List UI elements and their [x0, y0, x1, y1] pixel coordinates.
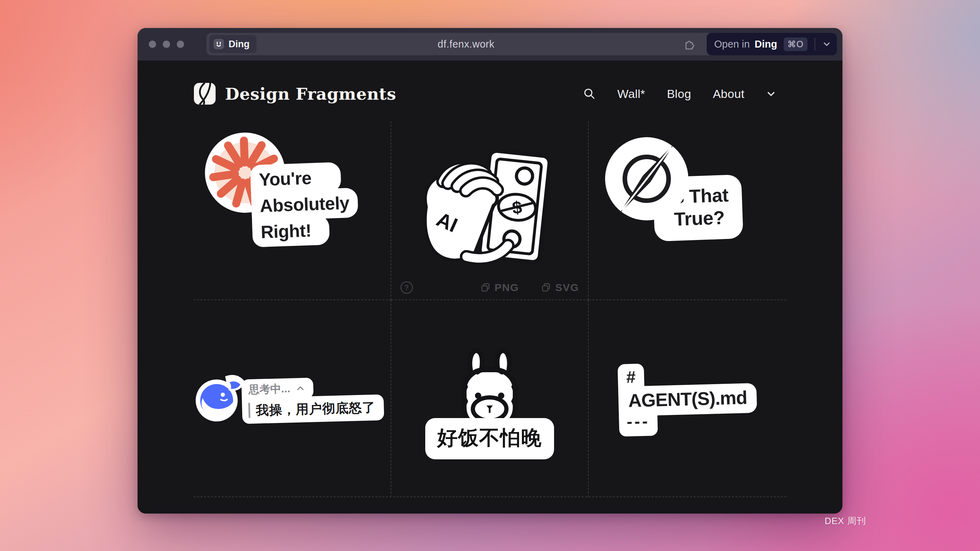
brand-wordmark: Design Fragments — [225, 84, 396, 103]
url-text: df.fenx.work — [207, 38, 725, 50]
quote-bar — [248, 403, 250, 418]
traffic-lights — [149, 41, 184, 48]
ding-favicon — [213, 39, 224, 49]
download-png-button[interactable]: PNG — [480, 282, 519, 294]
sticker-line: You're — [259, 168, 312, 190]
llama-caption: 好饭不怕晚 — [425, 418, 554, 459]
sticker-line: Absolutely — [260, 193, 350, 216]
compass-needle-icon — [600, 131, 694, 226]
grid-cell-agents-md[interactable]: # AGENT(S).md --- — [589, 300, 786, 497]
nav-item-wall[interactable]: Wall* — [617, 87, 645, 101]
sticker-grid: You're Absolutely Right! — [194, 121, 786, 497]
browser-window: Ding df.fenx.work Open in Ding ⌘O — [138, 28, 842, 514]
info-question-icon[interactable]: ? — [400, 281, 413, 294]
sticker-line: --- — [619, 413, 658, 437]
minimize-window-button[interactable] — [163, 41, 170, 48]
deepseek-whale-logo — [193, 374, 250, 424]
nav-item-about[interactable]: About — [713, 87, 745, 101]
desktop-watermark: DEX 周刊 — [825, 515, 866, 527]
page-content: Design Fragments Wall* Blog About — [138, 60, 842, 514]
button-divider — [815, 38, 815, 50]
sticker-is-that-true: Is That True? — [653, 174, 743, 241]
download-svg-button[interactable]: SVG — [541, 282, 579, 294]
open-in-app-name: Ding — [755, 38, 777, 50]
sticker-llama: 好饭不怕晚 — [425, 343, 554, 459]
sticker-hover-toolbar: ? PNG SVG — [400, 281, 579, 294]
sticker-line: AGENT(S).md — [618, 383, 757, 416]
tab-ding[interactable]: Ding — [209, 35, 256, 53]
thinking-bubble: 思考中... 我操，用户彻底怒了 — [241, 376, 384, 424]
grid-cell-deepseek-thinking[interactable]: 思考中... 我操，用户彻底怒了 — [194, 300, 391, 497]
chevron-up-icon — [296, 384, 305, 393]
sticker-line: # — [617, 364, 644, 389]
extensions-puzzle-icon[interactable] — [684, 38, 695, 50]
thinking-quote: 我操，用户彻底怒了 — [256, 400, 375, 417]
sticker-youre-absolutely-right: You're Absolutely Right! — [229, 161, 360, 248]
nav-item-blog[interactable]: Blog — [667, 87, 691, 101]
shortcut-badge: ⌘O — [784, 37, 807, 51]
hand-grabbing-money-illustration: $ — [411, 146, 568, 273]
sticker-deepseek-thinking: 思考中... 我操，用户彻底怒了 — [193, 372, 384, 425]
address-bar[interactable]: Ding df.fenx.work — [207, 33, 725, 55]
sticker-agents-md: # AGENT(S).md --- — [617, 361, 758, 437]
open-in-app-button[interactable]: Open in Ding ⌘O — [706, 33, 837, 55]
browser-chrome: Ding df.fenx.work Open in Ding ⌘O — [138, 28, 842, 60]
grid-cell-ai-takes-money[interactable]: $ — [391, 121, 589, 300]
grid-cell-llama[interactable]: 好饭不怕晚 — [391, 300, 589, 497]
search-icon[interactable] — [583, 87, 596, 100]
brand-logo-link[interactable]: Design Fragments — [194, 83, 396, 105]
grid-cell-youre-absolutely-right[interactable]: You're Absolutely Right! — [194, 121, 391, 300]
close-window-button[interactable] — [149, 41, 156, 48]
site-header: Design Fragments Wall* Blog About — [194, 75, 842, 113]
sticker-ai-takes-money: $ — [411, 146, 568, 274]
copy-icon — [541, 283, 551, 292]
sticker-line: Right! — [261, 221, 312, 242]
llama-head-illustration — [442, 343, 537, 430]
thinking-quote-row: 我操，用户彻底怒了 — [242, 394, 384, 424]
nav-chevron-down-icon[interactable] — [766, 89, 776, 98]
design-fragments-logo-icon — [194, 83, 216, 105]
png-label: PNG — [495, 282, 519, 294]
copy-icon — [480, 283, 490, 292]
chevron-down-icon[interactable] — [822, 40, 831, 49]
grid-cell-is-that-true[interactable]: Is That True? — [589, 121, 786, 300]
svg-label: SVG — [555, 282, 579, 294]
open-in-prefix: Open in — [714, 38, 750, 50]
zoom-window-button[interactable] — [177, 41, 184, 48]
tab-label: Ding — [229, 39, 250, 50]
site-nav: Wall* Blog About — [583, 87, 842, 101]
thinking-status: 思考中... — [248, 383, 291, 395]
